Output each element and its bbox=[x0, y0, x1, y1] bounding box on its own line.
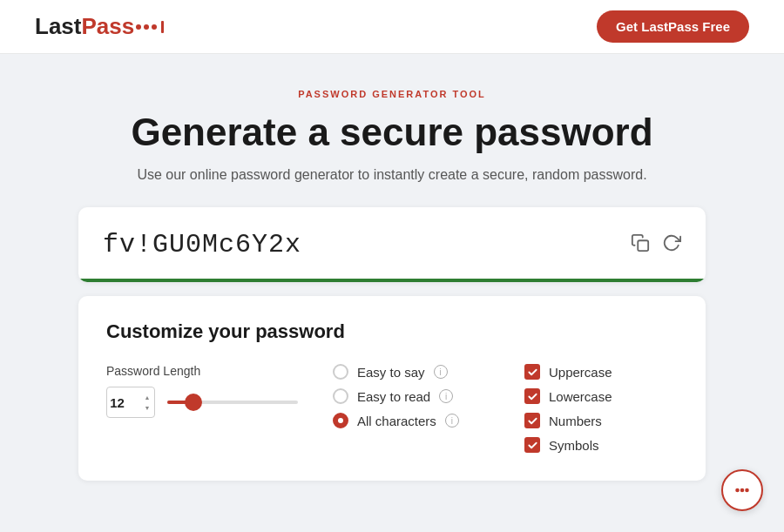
slider-wrap[interactable] bbox=[167, 387, 298, 418]
logo-dot-3 bbox=[152, 24, 157, 30]
header: LastPass Get LastPass Free bbox=[0, 0, 784, 54]
main-content: PASSWORD GENERATOR TOOL Generate a secur… bbox=[0, 54, 784, 507]
checkbox-uppercase[interactable]: Uppercase bbox=[524, 364, 655, 380]
checkbox-numbers[interactable]: Numbers bbox=[524, 413, 655, 428]
customize-card: Customize your password Password Length … bbox=[78, 296, 706, 481]
slider-track bbox=[167, 401, 298, 404]
numbers-label: Numbers bbox=[549, 414, 602, 428]
password-card: fv!GU0Mc6Y2x bbox=[78, 207, 706, 282]
radio-easy-to-say-indicator bbox=[333, 364, 348, 380]
checkbox-lowercase[interactable]: Lowercase bbox=[524, 388, 655, 404]
page-title: Generate a secure password bbox=[78, 111, 706, 153]
uppercase-label: Uppercase bbox=[549, 365, 612, 380]
section-label: PASSWORD GENERATOR TOOL bbox=[78, 89, 706, 99]
symbols-label: Symbols bbox=[549, 438, 599, 453]
password-text: fv!GU0Mc6Y2x bbox=[103, 230, 301, 259]
length-input-wrap: ▲ ▼ bbox=[106, 387, 155, 418]
easy-to-say-info-icon[interactable]: i bbox=[434, 365, 448, 379]
length-label: Password Length bbox=[106, 364, 298, 378]
length-section: Password Length ▲ ▼ bbox=[106, 364, 298, 418]
checkbox-symbols-box bbox=[524, 437, 540, 453]
svg-point-1 bbox=[736, 489, 739, 492]
easy-to-say-label: Easy to say bbox=[357, 365, 425, 380]
slider-thumb[interactable] bbox=[185, 394, 202, 411]
svg-point-3 bbox=[746, 489, 748, 492]
copy-icon[interactable] bbox=[631, 233, 650, 256]
radio-easy-to-read[interactable]: Easy to read i bbox=[333, 388, 490, 404]
logo-pass: Pass bbox=[81, 13, 134, 40]
radio-all-characters-indicator bbox=[333, 413, 348, 428]
controls-row: Password Length ▲ ▼ bbox=[106, 364, 678, 453]
checkbox-symbols[interactable]: Symbols bbox=[524, 437, 655, 453]
svg-point-2 bbox=[741, 489, 744, 492]
length-control: ▲ ▼ bbox=[106, 387, 298, 418]
radio-easy-to-say[interactable]: Easy to say i bbox=[333, 364, 490, 380]
spinner-buttons: ▲ ▼ bbox=[141, 393, 153, 413]
logo: LastPass bbox=[35, 13, 164, 40]
logo-dot-2 bbox=[144, 24, 149, 30]
customize-title: Customize your password bbox=[106, 320, 678, 343]
all-characters-info-icon[interactable]: i bbox=[445, 414, 459, 428]
all-characters-label: All characters bbox=[357, 414, 436, 428]
radio-all-characters[interactable]: All characters i bbox=[333, 413, 490, 428]
chat-button[interactable] bbox=[721, 469, 763, 511]
length-increment-button[interactable]: ▲ bbox=[141, 393, 153, 402]
radio-easy-to-read-indicator bbox=[333, 388, 348, 404]
checkbox-lowercase-box bbox=[524, 388, 540, 404]
logo-last: Last bbox=[35, 13, 81, 40]
easy-to-read-info-icon[interactable]: i bbox=[439, 389, 453, 403]
get-lastpass-button[interactable]: Get LastPass Free bbox=[597, 10, 749, 43]
svg-rect-0 bbox=[638, 241, 648, 252]
subtitle: Use our online password generator to ins… bbox=[78, 167, 706, 183]
length-decrement-button[interactable]: ▼ bbox=[141, 403, 153, 413]
char-type-section: Easy to say i Easy to read i All charact… bbox=[333, 364, 490, 428]
logo-dot-1 bbox=[136, 24, 141, 30]
easy-to-read-label: Easy to read bbox=[357, 389, 430, 404]
checkbox-numbers-box bbox=[524, 413, 540, 428]
checkbox-section: Uppercase Lowercase bbox=[524, 364, 655, 453]
checkbox-uppercase-box bbox=[524, 364, 540, 380]
refresh-icon[interactable] bbox=[662, 233, 681, 256]
logo-dots bbox=[136, 21, 164, 33]
lowercase-label: Lowercase bbox=[549, 389, 612, 404]
password-display-area: fv!GU0Mc6Y2x bbox=[78, 207, 706, 279]
password-actions bbox=[631, 233, 681, 256]
strength-bar bbox=[78, 279, 706, 282]
logo-line bbox=[161, 21, 164, 33]
